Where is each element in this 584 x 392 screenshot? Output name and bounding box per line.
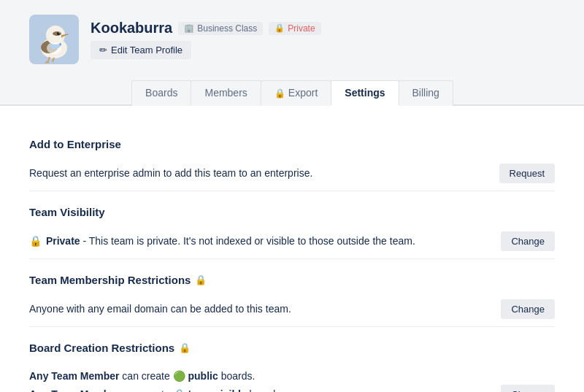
board-rule-public: Any Team Member can create 🟢 public boar… (29, 367, 489, 385)
rule-visible-who: Any Team Member (29, 388, 119, 392)
tab-export-label: Export (288, 87, 318, 99)
board-creation-section: Board Creation Restrictions 🔒 Any Team M… (29, 342, 555, 392)
tab-members[interactable]: Members (191, 80, 261, 106)
board-creation-content: Any Team Member can create 🟢 public boar… (29, 367, 489, 392)
pencil-icon: ✏ (99, 45, 107, 55)
team-visibility-row: 🔒 Private - This team is private. It's n… (29, 224, 555, 259)
header-info: Kookaburra 🏢 Business Class 🔒 Private ✏ … (91, 20, 321, 59)
main-content: Add to Enterprise Request an enterprise … (0, 106, 584, 392)
board-creation-row: Any Team Member can create 🟢 public boar… (29, 360, 555, 392)
svg-point-10 (47, 42, 61, 54)
board-creation-change-button[interactable]: Change (501, 385, 555, 392)
team-visibility-content: 🔒 Private - This team is private. It's n… (29, 234, 489, 249)
business-class-badge: 🏢 Business Class (178, 22, 263, 35)
rule-public-can: can create (122, 370, 172, 382)
team-visibility-text: 🔒 Private - This team is private. It's n… (29, 235, 415, 247)
building-icon: 🏢 (184, 23, 194, 33)
edit-profile-row: ✏ Edit Team Profile (91, 41, 321, 59)
edit-team-profile-button[interactable]: ✏ Edit Team Profile (91, 41, 191, 59)
tab-settings-label: Settings (345, 87, 385, 99)
add-to-enterprise-text: Request an enterprise admin to add this … (29, 167, 312, 179)
tab-billing-label: Billing (412, 87, 439, 99)
rule-public-suffix: boards. (221, 370, 256, 382)
add-to-enterprise-title: Add to Enterprise (29, 138, 555, 150)
add-to-enterprise-row: Request an enterprise admin to add this … (29, 156, 555, 191)
tab-settings[interactable]: Settings (331, 80, 399, 106)
visibility-status: Private (46, 235, 80, 247)
tabs: Boards Members 🔒Export Settings Billing (131, 79, 453, 104)
tab-members-label: Members (204, 87, 247, 99)
team-membership-change-button[interactable]: Change (501, 299, 555, 319)
team-membership-text: Anyone with any email domain can be adde… (29, 303, 291, 315)
lock-badge-icon: 🔒 (274, 23, 285, 33)
visible-dot-icon: 🔒 (173, 388, 185, 392)
team-membership-row: Anyone with any email domain can be adde… (29, 292, 555, 327)
add-to-enterprise-section: Add to Enterprise Request an enterprise … (29, 138, 555, 191)
tab-boards[interactable]: Boards (131, 80, 191, 106)
header-title-row: Kookaburra 🏢 Business Class 🔒 Private (91, 20, 321, 36)
team-visibility-title: Team Visibility (29, 206, 555, 218)
page-header: Kookaburra 🏢 Business Class 🔒 Private ✏ … (0, 0, 584, 64)
team-avatar (29, 15, 79, 64)
export-lock-icon: 🔒 (274, 88, 285, 99)
add-to-enterprise-content: Request an enterprise admin to add this … (29, 166, 488, 181)
rule-visible-type: team visible (188, 388, 247, 392)
rule-visible-can: can create (122, 388, 172, 392)
rule-visible-suffix: boards. (250, 388, 284, 392)
tab-boards-label: Boards (145, 87, 177, 99)
membership-lock-icon: 🔒 (195, 274, 207, 285)
request-button[interactable]: Request (499, 164, 555, 183)
rule-public-who: Any Team Member (29, 370, 119, 382)
visibility-suffix: - This team is private. It's not indexed… (82, 235, 415, 247)
team-membership-content: Anyone with any email domain can be adde… (29, 301, 489, 317)
team-membership-title: Team Membership Restrictions 🔒 (29, 274, 555, 286)
tab-billing[interactable]: Billing (399, 80, 453, 106)
board-rule-visible: Any Team Member can create 🔒 team visibl… (29, 385, 489, 392)
board-creation-lock-icon: 🔒 (179, 342, 191, 353)
team-visibility-change-button[interactable]: Change (501, 231, 555, 251)
private-badge: 🔒 Private (269, 22, 320, 35)
team-membership-section: Team Membership Restrictions 🔒 Anyone wi… (29, 274, 555, 327)
board-creation-title: Board Creation Restrictions 🔒 (29, 342, 555, 354)
tab-export[interactable]: 🔒Export (261, 80, 331, 106)
tabs-bar: Boards Members 🔒Export Settings Billing (0, 70, 584, 106)
team-visibility-section: Team Visibility 🔒 Private - This team is… (29, 206, 555, 259)
public-dot-icon: 🟢 (173, 370, 185, 382)
svg-point-7 (58, 32, 59, 33)
team-name: Kookaburra (91, 20, 172, 36)
rule-public-type: public (188, 370, 218, 382)
private-lock-icon: 🔒 (29, 235, 42, 247)
